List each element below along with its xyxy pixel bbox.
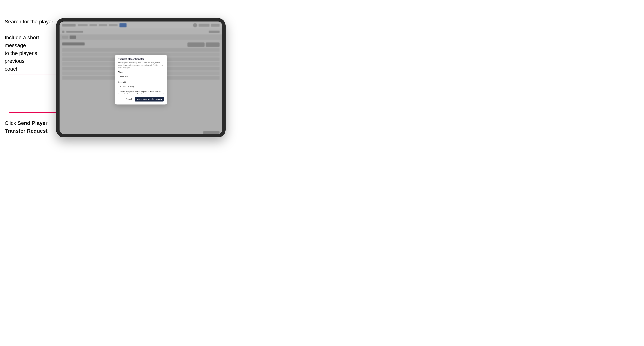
send-transfer-button[interactable]: Send Player Transfer Request <box>134 97 164 102</box>
player-input[interactable] <box>118 74 164 79</box>
modal-description: If the player is transferring from anoth… <box>118 62 164 69</box>
annotation-search: Search for the player. <box>5 18 54 26</box>
modal-dialog: Request player transfer ✕ If the player … <box>115 55 167 104</box>
cancel-button[interactable]: Cancel <box>124 97 133 101</box>
modal-title: Request player transfer <box>118 58 144 60</box>
modal-overlay: Request player transfer ✕ If the player … <box>60 21 222 134</box>
modal-header: Request player transfer ✕ <box>118 58 164 60</box>
modal-footer: Cancel Send Player Transfer Request <box>118 97 164 102</box>
message-textarea[interactable]: Hi Coach McHarg, Please accept this tran… <box>118 84 164 94</box>
tablet-screen: Request player transfer ✕ If the player … <box>60 21 222 134</box>
modal-close-button[interactable]: ✕ <box>161 58 164 60</box>
tablet-frame: Request player transfer ✕ If the player … <box>56 18 226 137</box>
message-label: Message <box>118 81 164 83</box>
player-label: Player <box>118 71 164 73</box>
